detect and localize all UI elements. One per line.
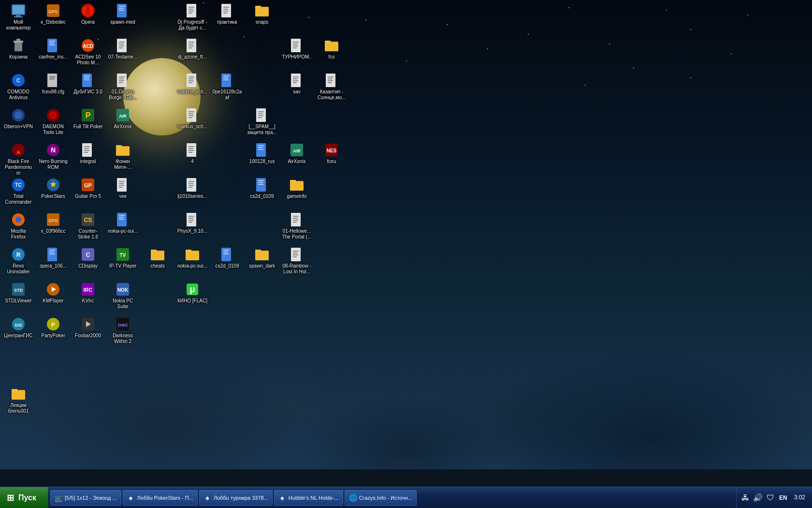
desktop-icon-07-testame[interactable]: 07-Testame... [106,37,139,61]
desktop-icon-x-03f966cc[interactable]: GPGx_03f966cc [37,211,70,235]
desktop-icon-integral[interactable]: integral [72,141,104,165]
svg-rect-143 [188,185,194,186]
desktop-icon-nokia-pc-sui2[interactable]: nokia-pc-sui... [176,246,209,270]
desktop-icon-physx[interactable]: PhysX_9.10... [176,211,209,235]
desktop-icon-100128-rus[interactable]: 100128_rus [246,141,278,165]
svg-rect-59 [84,75,90,76]
desktop-icon-num4[interactable]: 4 [176,141,209,165]
desktop-icon-acdsee[interactable]: ACDACDSee 10 Photo M... [72,37,104,67]
desktop-icon-snaps[interactable]: snaps [246,2,278,26]
desktop-icon-spawn-dark[interactable]: spawn_dark [246,246,278,270]
desktop-icon-x-f2ebedec[interactable]: GPGx_f2ebedec [37,2,70,26]
desktop-icon-01-dimmu[interactable]: 01-Dimmu Borgir--Gat... [106,72,139,102]
language-indicator[interactable]: EN [777,493,789,502]
svg-rect-112 [84,152,88,153]
desktop-icon-lj1010series[interactable]: lj1010series... [176,176,209,200]
desktop-icon-markus-sch2[interactable]: markus_sch... [176,106,209,131]
desktop-icon-total-commander[interactable]: TCTotal Commander [2,176,35,206]
desktop-icon-kino-flac[interactable]: μКИНО [FLAC] [176,281,209,305]
task-icon-task2: ♠ [127,494,135,502]
desktop-icon-opera[interactable]: Opera [72,2,104,26]
desktop-icon-foobar2000[interactable]: Foobar2000 [72,315,104,340]
desktop-icon-cheats[interactable]: cheats [141,246,174,270]
svg-text:DW2: DW2 [118,323,128,328]
my-computer-icon [11,3,26,18]
desktop-icon-turnir[interactable]: ТУРНИРОМ... [280,37,313,67]
svg-point-153 [15,217,21,223]
desktop-icon-cs2d-0109[interactable]: cs2d_0109 [246,176,278,200]
taskbar-task-task1[interactable]: 📺[5/5] 1х12 - Эпизод ... [50,490,121,506]
desktop-icon-comodo[interactable]: CCOMODO Antivirus [2,72,35,102]
svg-rect-120 [188,152,192,153]
desktop-icon-cavfree-ins[interactable]: cavfree_ins... [37,37,70,61]
fcs-icon [324,38,339,53]
desktop-icon-black-fire[interactable]: Black Fire Pandemonium [2,141,35,177]
desktop-icon-kvirc[interactable]: IRCKVIrc [72,281,104,305]
start-button[interactable]: ⊞ Пуск [0,487,48,508]
desktop-icon-nero[interactable]: NNero Burning ROM [37,141,70,171]
desktop-icon-08-rainbow[interactable]: 08-Rainbow - Lost In Hol... [280,246,313,276]
desktop-icon-dubly-gis[interactable]: ДублГИС 3.0 [72,72,104,96]
desktop-icon-kmplayer[interactable]: KMPlayer [37,281,70,305]
desktop-icon-pokerstars[interactable]: ★PokerStars [37,176,70,200]
tray-security-icon[interactable]: 🛡 [766,493,775,503]
desktop-icon-spam[interactable]: [__SPAM__] защита пра... [246,106,278,136]
svg-rect-198 [293,254,298,255]
tray-network-icon[interactable]: 🖧 [740,493,750,503]
svg-rect-166 [188,222,192,223]
dubly-gis-icon [80,73,96,88]
desktop-icon-lektsii[interactable]: Лекции блять001 [2,385,35,415]
desktop-icon-partypoker[interactable]: PPartyPoker [37,315,70,340]
desktop-icon-opera-106[interactable]: opera_106... [37,246,70,270]
desktop-icon-fceu98[interactable]: fceu98.cfg [37,72,70,96]
taskbar-task-task2[interactable]: ♠Лоббu PokerStars - П... [123,490,198,506]
taskbar-task-task3[interactable]: ♠Лоббu турнира 3378... [199,490,273,506]
desktop-icon-0pe16128[interactable]: 0pe16128c2aaf [211,72,244,102]
desktop-icon-ip-tv-player[interactable]: TVIP-TV Player [106,246,139,270]
desktop-icon-fceu[interactable]: NESfceu [315,141,348,165]
desktop-icon-fcs[interactable]: fcs [315,37,348,61]
korzina-icon [11,38,26,53]
desktop-icon-korzina[interactable]: Корзина [2,37,35,61]
kazantin-icon [324,73,339,88]
desktop-icon-chek[interactable]: чек [106,176,139,200]
svg-rect-165 [188,220,194,221]
desktop-icon-fonin[interactable]: Фонин Митя-... [106,141,139,171]
partypoker-icon: P [45,316,61,332]
desktop-icon-airxonix2[interactable]: AIRAirXonix [280,141,313,165]
0pe16128-label: 0pe16128c2aaf [212,89,243,101]
desktop-icon-mozilla[interactable]: Mozilla Firefox [2,211,35,241]
svg-rect-14 [188,7,194,8]
desktop-icon-markus-sch1[interactable]: markus_sch... [176,72,209,96]
desktop-icon-centralgis[interactable]: GISЦентранГИС [2,315,35,340]
svg-rect-168 [293,216,299,217]
svg-text:CS: CS [84,217,92,224]
desktop-icon-kazantin[interactable]: Казантип - Солнце,мо... [315,72,348,102]
desktop-icon-airxonix1[interactable]: AIRAirXonix [106,106,139,131]
desktop-icon-dj-progresiff[interactable]: Dj Progresiff - Да будет с... [176,2,209,32]
desktop-icon-nokia-pc-suite[interactable]: NOKNokia PC Suite [106,281,139,311]
desktop-icon-darkness[interactable]: DW2Darkness Within 2 [106,315,139,345]
taskbar-task-task5[interactable]: 🌐Crazys.Info - Источн... [345,490,417,506]
desktop-icon-my-computer[interactable]: Мой компьютер [2,2,35,32]
desktop-icon-praktika[interactable]: практика [211,2,244,26]
svg-point-8 [86,6,90,15]
desktop-icon-dj-azone[interactable]: dj_azone_ft... [176,37,209,61]
desktop-icon-cs2d-0109b[interactable]: cs2d_0109 [211,246,244,270]
desktop-icon-daemon-tools[interactable]: DAEMON Tools Lite [37,106,70,136]
desktop-icon-cdisplay[interactable]: CCDisplay [72,246,104,270]
desktop-icon-oberon[interactable]: Oberon+VPN [2,106,35,131]
desktop-icon-revo[interactable]: RRevo Uninstaller [2,246,35,276]
tray-speaker-icon[interactable]: 🔊 [752,492,764,503]
desktop-icon-guitar-pro[interactable]: GPGuitar Pro 5 [72,176,104,200]
desktop-icon-spawn-med[interactable]: spawn-med [106,2,139,26]
desktop-icon-counter-strike[interactable]: CSCounter-Strike 1.6 [72,211,104,241]
desktop-icon-nokia-pc-sui1[interactable]: nokia-pc-sui... [106,211,139,235]
desktop-icon-stdlviewer[interactable]: STDSTDLViewer [2,281,35,305]
taskbar-task-task4[interactable]: ♠Hubble's NL Holde-... [274,490,343,506]
desktop-icon-gameinfo[interactable]: gameinfo [280,176,313,200]
desktop-icon-full-tilt-poker[interactable]: PFull Tilt Poker [72,106,104,131]
spawn-dark-icon [254,247,270,262]
desktop-icon-01-hellowe[interactable]: 01-Hellowe... The Portal (... [280,211,313,241]
desktop-icon-sav[interactable]: sav [280,72,313,96]
